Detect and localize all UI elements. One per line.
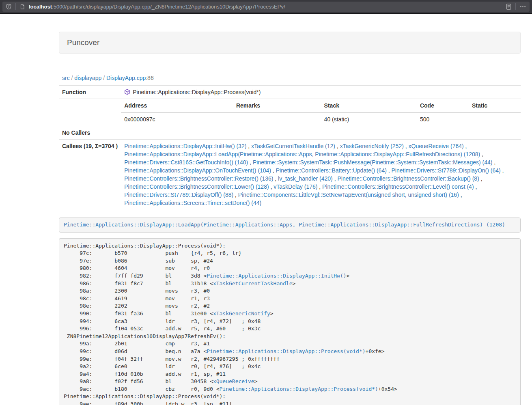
callee-link[interactable]: vTaskDelay (176) [274, 183, 317, 190]
col-stack: Stack [321, 99, 417, 112]
no-callers-header: No Callers [59, 126, 121, 140]
divider [59, 66, 521, 66]
col-address: Address [121, 99, 233, 112]
callee-link[interactable]: lv_task_handler (420) [278, 175, 333, 182]
breadcrumb-link[interactable]: DisplayApp.cpp [106, 75, 146, 81]
disasm-symbol-link[interactable]: xTaskGetCurrentTaskHandle [213, 280, 293, 287]
callee-link[interactable]: Pinetime::Controllers::BrightnessControl… [337, 175, 479, 182]
cube-icon [124, 89, 130, 95]
breadcrumb: src / displayapp / DisplayApp.cpp:86 [59, 75, 521, 81]
callee-link[interactable]: Pinetime::Drivers::Cst816S::GetTouchInfo… [124, 159, 248, 166]
loadapp-symbol-link[interactable]: Pinetime::Applications::DisplayApp::Load… [64, 222, 505, 228]
col-remarks: Remarks [233, 99, 321, 112]
breadcrumb-link[interactable]: src [62, 75, 70, 81]
disasm-symbol-link[interactable]: Pinetime::Applications::DisplayApp::Proc… [207, 348, 365, 354]
callee-link[interactable]: xTaskGenericNotify (252) [340, 143, 404, 149]
no-callers-cell [121, 126, 521, 140]
url-text[interactable]: localhost:5000/path/src/displayapp/Displ… [29, 4, 506, 10]
url-bar[interactable]: localhost:5000/path/src/displayapp/Displ… [2, 2, 530, 12]
url-path: :5000/path/src/displayapp/DisplayApp.cpp… [52, 4, 285, 10]
breadcrumb-separator: / [70, 75, 75, 81]
callee-link[interactable]: Pinetime::Controllers::BrightnessControl… [322, 183, 474, 190]
page-actions-menu-icon[interactable] [519, 4, 526, 10]
callees-cell: Pinetime::Applications::DisplayApp::Init… [121, 140, 521, 210]
callees-header: Callees (19, Σ=3704 ) [59, 140, 121, 210]
col-code: Code [417, 99, 469, 112]
callee-link[interactable]: Pinetime::Applications::DisplayApp::OnTo… [124, 167, 271, 174]
stats-row-header [59, 99, 121, 126]
disassembly-code: Pinetime::Applications::DisplayApp::Proc… [59, 238, 521, 405]
disasm-symbol-link[interactable]: Pinetime::Applications::DisplayApp::Init… [207, 273, 346, 279]
callee-link[interactable]: xQueueReceive (764) [409, 143, 464, 149]
disasm-symbol-link[interactable]: xQueueReceive [213, 378, 254, 384]
callee-link[interactable]: Pinetime::Drivers::St7789::DisplayOn() (… [392, 167, 501, 174]
code-value: 500 [417, 112, 469, 126]
stack-value: 40 (static) [321, 112, 417, 126]
reader-view-icon[interactable] [506, 3, 512, 10]
tracking-protection-shield-icon[interactable] [6, 4, 12, 10]
breadcrumb-link[interactable]: displayapp [74, 75, 101, 81]
remarks-value [233, 112, 321, 126]
callees-row: Callees (19, Σ=3704 ) Pinetime::Applicat… [59, 140, 521, 210]
urlbar-separator [15, 3, 16, 10]
app-header-panel: Puncover [59, 32, 521, 54]
toolbar-bottom-border [0, 13, 532, 14]
callee-link[interactable]: Pinetime::Controllers::Battery::Update()… [276, 167, 387, 174]
page-info-icon[interactable] [19, 4, 25, 10]
col-static: Static [469, 99, 521, 112]
urlbar-separator-right [515, 3, 516, 10]
stats-row: Address Remarks Stack Code Static 0x0000… [59, 99, 521, 126]
static-value [469, 112, 521, 126]
stats-header-row: Address Remarks Stack Code Static [121, 99, 521, 112]
function-row-header: Function [59, 86, 121, 99]
app-title-link[interactable]: Puncover [67, 38, 99, 47]
callee-link[interactable]: Pinetime::Controllers::BrightnessControl… [124, 175, 273, 182]
callee-link[interactable]: Pinetime::Applications::DisplayApp::Load… [124, 151, 480, 157]
no-callers-row: No Callers [59, 126, 521, 140]
function-name: Pinetime::Applications::DisplayApp::Proc… [133, 89, 261, 95]
function-name-cell: Pinetime::Applications::DisplayApp::Proc… [121, 86, 521, 99]
address-value: 0x0000097c [121, 112, 233, 126]
callee-link[interactable]: Pinetime::Applications::DisplayApp::Init… [124, 143, 246, 149]
callee-link[interactable]: Pinetime::Applications::Screens::Timer::… [124, 200, 261, 206]
disasm-symbol-link[interactable]: xTaskGenericNotify [213, 310, 270, 317]
loadapp-symbol-box: Pinetime::Applications::DisplayApp::Load… [59, 218, 521, 233]
callee-link[interactable]: xTaskGetCurrentTaskHandle (12) [251, 143, 335, 149]
callee-link[interactable]: Pinetime::System::SystemTask::PushMessag… [253, 159, 493, 166]
url-host: localhost [29, 4, 52, 10]
callee-link[interactable]: Pinetime::Components::LittleVgl::SetNewT… [238, 192, 459, 198]
stats-table: Address Remarks Stack Code Static 0x0000… [121, 99, 521, 126]
stats-cell: Address Remarks Stack Code Static 0x0000… [121, 99, 521, 126]
callee-link[interactable]: Pinetime::Controllers::BrightnessControl… [124, 183, 269, 190]
symbol-table: Function Pinetime::Applications::Display… [59, 85, 521, 209]
breadcrumb-line-number: :86 [146, 75, 153, 81]
page-content: Puncover src / displayapp / DisplayApp.c… [59, 32, 521, 405]
callee-link[interactable]: Pinetime::Drivers::St7789::DisplayOff() … [124, 192, 233, 198]
stats-value-row: 0x0000097c 40 (static) 500 [121, 112, 521, 126]
disasm-symbol-link[interactable]: Pinetime::Applications::DisplayApp::Proc… [220, 386, 378, 392]
function-row: Function Pinetime::Applications::Display… [59, 86, 521, 99]
browser-toolbar: localhost:5000/path/src/displayapp/Displ… [0, 0, 532, 13]
breadcrumb-separator: / [101, 75, 106, 81]
